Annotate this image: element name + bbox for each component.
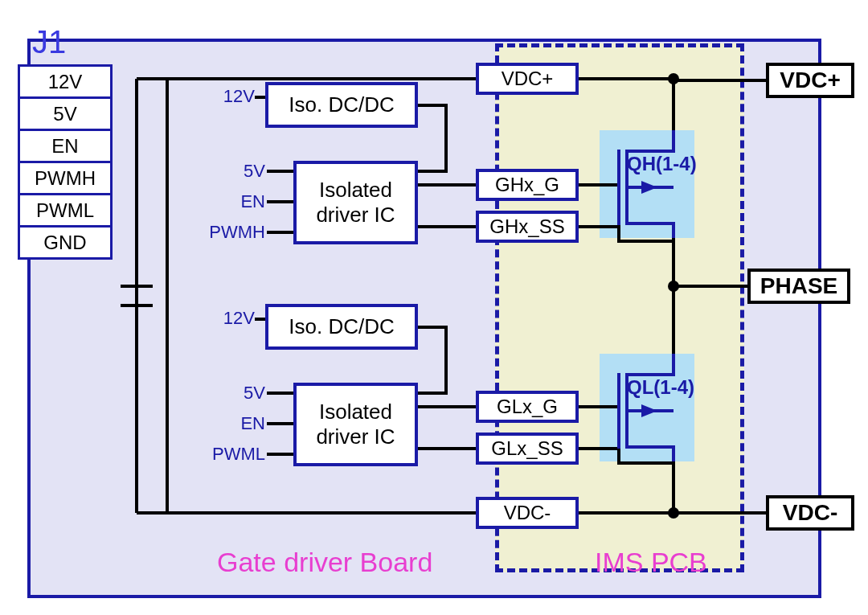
j1-pin-12v: 12V xyxy=(20,67,110,99)
ql-fet-area xyxy=(600,354,694,461)
j1-title: J1 xyxy=(32,24,66,60)
glx-g-box: GLx_G xyxy=(476,391,579,423)
j1-connector: 12V 5V EN PWMH PWML GND xyxy=(18,64,113,260)
j1-pin-en: EN xyxy=(20,131,110,163)
qh-label: QH(1-4) xyxy=(627,153,697,175)
qh-fet-area xyxy=(600,130,694,238)
high-dcdc-block: Iso. DC/DC xyxy=(265,82,418,128)
diagram-canvas: J1 12V 5V EN PWMH PWML GND Iso. DC/DC 12… xyxy=(0,0,868,615)
vdc-plus-int-box: VDC+ xyxy=(476,63,579,95)
ims-pcb-region xyxy=(495,43,744,572)
low-driver-in-pwml: PWML xyxy=(202,444,265,465)
ghx-ss-box: GHx_SS xyxy=(476,211,579,243)
glx-ss-box: GLx_SS xyxy=(476,433,579,465)
j1-pin-5v: 5V xyxy=(20,99,110,131)
phase-ext: PHASE xyxy=(747,269,850,304)
ql-label: QL(1-4) xyxy=(627,376,694,399)
vdc-minus-int-box: VDC- xyxy=(476,497,579,529)
high-driver-in-pwmh: PWMH xyxy=(202,222,265,243)
low-driver-block: Isolated driver IC xyxy=(293,383,418,466)
ghx-g-box: GHx_G xyxy=(476,169,579,201)
high-driver-in-en: EN xyxy=(225,191,265,212)
j1-pin-gnd: GND xyxy=(20,228,110,257)
low-driver-in-5v: 5V xyxy=(225,383,265,404)
low-driver-in-en: EN xyxy=(225,413,265,434)
vdc-minus-ext: VDC- xyxy=(766,495,854,531)
high-driver-in-5v: 5V xyxy=(225,161,265,182)
j1-pin-pwmh: PWMH xyxy=(20,163,110,195)
high-dcdc-in-label: 12V xyxy=(205,86,255,107)
vdc-plus-ext: VDC+ xyxy=(766,63,854,98)
high-driver-block: Isolated driver IC xyxy=(293,161,418,244)
j1-pin-pwml: PWML xyxy=(20,195,110,228)
ims-title: IMS PCB xyxy=(595,547,707,578)
low-dcdc-in-label: 12V xyxy=(205,308,255,329)
low-dcdc-block: Iso. DC/DC xyxy=(265,304,418,350)
board-title: Gate driver Board xyxy=(217,547,432,578)
